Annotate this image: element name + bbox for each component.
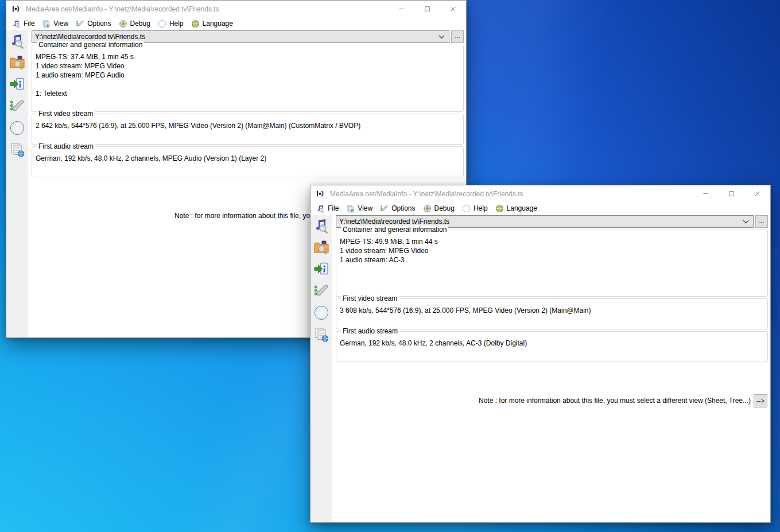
menu-help[interactable]: Help xyxy=(460,204,493,213)
open-folder-icon xyxy=(313,239,329,255)
toolbar-open-folder-button[interactable] xyxy=(9,55,25,71)
menu-debug-label: Debug xyxy=(130,20,150,28)
close-icon xyxy=(450,6,456,12)
menu-options[interactable]: Options xyxy=(378,204,420,213)
maximize-button[interactable] xyxy=(414,1,440,17)
mediainfo-window-front: MediaArea.net/MediaInfo - Y:\netz\Media\… xyxy=(310,185,771,523)
info-line: MPEG-TS: 49.9 MiB, 1 min 44 s xyxy=(340,237,764,246)
group-label: First video stream xyxy=(37,110,95,118)
titlebar[interactable]: MediaArea.net/MediaInfo - Y:\netz\Media\… xyxy=(311,185,770,202)
browse-button[interactable]: ... xyxy=(451,30,464,43)
open-folder-icon xyxy=(9,55,25,71)
note-row: Note : for more information about this f… xyxy=(479,394,767,407)
info-line xyxy=(36,80,460,89)
browse-button[interactable]: ... xyxy=(755,215,768,228)
menu-help-label: Help xyxy=(169,20,184,28)
close-icon xyxy=(754,191,760,197)
menu-file[interactable]: File xyxy=(10,19,40,29)
preferences-wrench-icon xyxy=(313,283,329,299)
menu-language[interactable]: Language xyxy=(493,204,542,213)
menu-view-label: View xyxy=(358,204,372,212)
group-video-stream: First video stream 2 642 kb/s, 544*576 (… xyxy=(32,114,464,145)
group-label: First audio stream xyxy=(37,142,95,151)
menu-options[interactable]: Options xyxy=(73,19,116,29)
wrench-icon xyxy=(380,204,389,213)
content-area: Y:\netz\Media\recorded tv\Friends.ts ...… xyxy=(332,215,770,522)
group-container-info: Container and general information MPEG-T… xyxy=(336,230,768,297)
translate-sheets-globe-icon xyxy=(9,142,25,158)
info-line: 1 video stream: MPEG Video xyxy=(340,246,764,255)
note-magnifier-icon xyxy=(12,20,21,28)
toolbar-translate-button[interactable] xyxy=(9,142,25,158)
translate-sheets-globe-icon xyxy=(313,327,329,343)
menu-language-label: Language xyxy=(507,204,537,212)
close-button[interactable] xyxy=(440,1,466,17)
window-title: MediaArea.net/MediaInfo - Y:\netz\Media\… xyxy=(330,190,693,198)
note-magnifier-icon xyxy=(316,204,325,213)
info-line: German, 192 kb/s, 48.0 kHz, 2 channels, … xyxy=(36,154,460,163)
menu-file[interactable]: File xyxy=(314,204,344,213)
desktop-wallpaper: MediaArea.net/MediaInfo - Y:\netz\Media\… xyxy=(0,0,780,532)
menu-language[interactable]: Language xyxy=(189,19,238,29)
group-video-stream: First video stream 3 608 kb/s, 544*576 (… xyxy=(336,298,768,329)
minimize-icon xyxy=(398,6,405,12)
menu-debug[interactable]: Debug xyxy=(421,204,460,213)
toolbar-open-file-button[interactable] xyxy=(313,218,329,234)
toolbar-preferences-button[interactable] xyxy=(9,98,25,114)
export-info-icon xyxy=(9,76,25,92)
group-container-info: Container and general information MPEG-T… xyxy=(32,45,464,112)
group-label: Container and general information xyxy=(341,226,448,234)
chevron-down-icon xyxy=(743,220,749,224)
preferences-wrench-icon xyxy=(9,98,25,114)
toolbar-about-button[interactable] xyxy=(313,305,329,321)
about-info-icon xyxy=(313,305,329,321)
menu-view[interactable]: View xyxy=(344,204,378,213)
window-controls xyxy=(693,185,770,202)
pages-icon xyxy=(42,20,51,28)
maximize-button[interactable] xyxy=(719,185,744,202)
minimize-icon xyxy=(703,191,709,197)
toolbar-export-button[interactable] xyxy=(313,261,329,277)
titlebar[interactable]: MediaArea.net/MediaInfo - Y:\netz\Media\… xyxy=(6,1,466,17)
group-label: Container and general information xyxy=(37,41,144,49)
export-info-icon xyxy=(313,261,329,277)
close-button[interactable] xyxy=(744,185,770,202)
minimize-button[interactable] xyxy=(389,1,414,17)
toolbar-translate-button[interactable] xyxy=(313,327,329,343)
gauge-icon xyxy=(119,20,127,28)
menu-debug[interactable]: Debug xyxy=(117,19,156,29)
info-line: 1: Teletext xyxy=(36,89,460,98)
chevron-down-icon xyxy=(438,35,445,39)
note-text: Note : for more information about this f… xyxy=(479,397,751,405)
toolbar-export-button[interactable] xyxy=(9,76,25,92)
window-controls xyxy=(389,1,466,17)
menu-help-label: Help xyxy=(474,204,488,212)
toolbar-open-file-button[interactable] xyxy=(9,33,25,49)
pages-icon xyxy=(346,204,355,213)
group-audio-stream: First audio stream German, 192 kb/s, 48.… xyxy=(336,331,768,362)
group-audio-stream: First audio stream German, 192 kb/s, 48.… xyxy=(32,146,464,177)
minimize-button[interactable] xyxy=(693,185,719,202)
toolbar-open-folder-button[interactable] xyxy=(313,239,329,255)
menu-file-label: File xyxy=(328,204,339,212)
menu-debug-label: Debug xyxy=(434,204,455,212)
menu-help[interactable]: Help xyxy=(156,19,189,29)
next-view-button[interactable]: --> xyxy=(754,394,767,407)
info-line: 1 audio stream: MPEG Audio xyxy=(36,71,460,80)
menu-view[interactable]: View xyxy=(40,19,73,29)
file-path-value: Y:\netz\Media\recorded tv\Friends.ts xyxy=(35,33,145,41)
info-line: 1 audio stream: AC-3 xyxy=(340,255,764,265)
info-circle-icon xyxy=(462,204,471,213)
group-label: First audio stream xyxy=(341,327,399,336)
open-file-icon xyxy=(313,218,329,234)
toolbar-about-button[interactable] xyxy=(9,120,25,136)
about-info-icon xyxy=(9,120,25,136)
mediainfo-app-icon xyxy=(316,189,325,199)
info-line: MPEG-TS: 37.4 MiB, 1 min 45 s xyxy=(36,52,460,61)
maximize-icon xyxy=(424,6,430,12)
menu-options-label: Options xyxy=(391,204,415,212)
toolbar-preferences-button[interactable] xyxy=(313,283,329,299)
wrench-icon xyxy=(76,20,84,28)
info-line: 1 video stream: MPEG Video xyxy=(36,61,460,71)
open-file-icon xyxy=(9,33,25,49)
